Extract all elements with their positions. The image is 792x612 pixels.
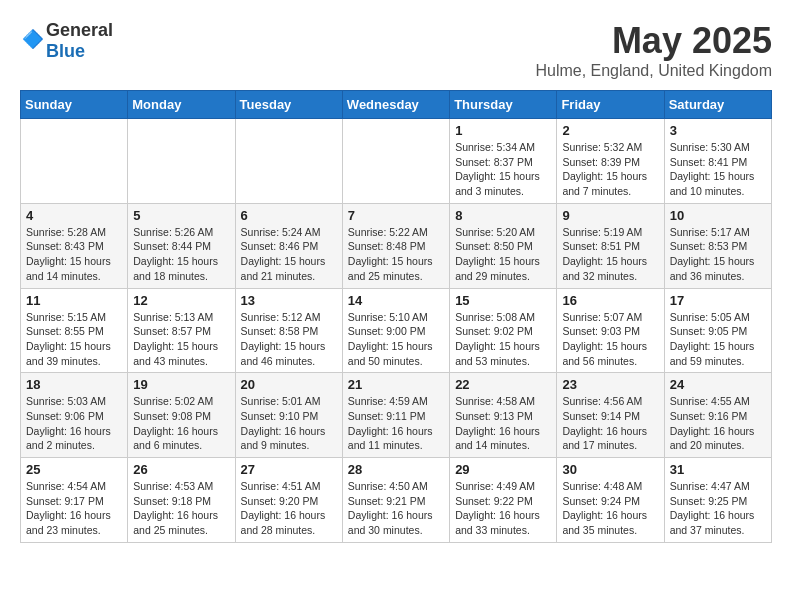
day-number: 27 xyxy=(241,462,337,477)
logo-text-blue: Blue xyxy=(46,41,85,61)
day-number: 26 xyxy=(133,462,229,477)
calendar-cell: 12Sunrise: 5:13 AM Sunset: 8:57 PM Dayli… xyxy=(128,288,235,373)
day-number: 10 xyxy=(670,208,766,223)
logo-text-general: General xyxy=(46,20,113,40)
calendar-cell xyxy=(128,119,235,204)
day-info: Sunrise: 4:50 AM Sunset: 9:21 PM Dayligh… xyxy=(348,479,444,538)
header-cell-monday: Monday xyxy=(128,91,235,119)
day-number: 14 xyxy=(348,293,444,308)
calendar-cell: 5Sunrise: 5:26 AM Sunset: 8:44 PM Daylig… xyxy=(128,203,235,288)
day-number: 9 xyxy=(562,208,658,223)
logo: 🔷 General Blue xyxy=(20,20,113,62)
week-row-2: 4Sunrise: 5:28 AM Sunset: 8:43 PM Daylig… xyxy=(21,203,772,288)
calendar-cell: 14Sunrise: 5:10 AM Sunset: 9:00 PM Dayli… xyxy=(342,288,449,373)
title-section: May 2025 Hulme, England, United Kingdom xyxy=(535,20,772,80)
calendar-cell: 25Sunrise: 4:54 AM Sunset: 9:17 PM Dayli… xyxy=(21,458,128,543)
calendar-cell: 31Sunrise: 4:47 AM Sunset: 9:25 PM Dayli… xyxy=(664,458,771,543)
header-cell-thursday: Thursday xyxy=(450,91,557,119)
day-number: 16 xyxy=(562,293,658,308)
day-number: 19 xyxy=(133,377,229,392)
day-info: Sunrise: 4:58 AM Sunset: 9:13 PM Dayligh… xyxy=(455,394,551,453)
calendar-cell: 2Sunrise: 5:32 AM Sunset: 8:39 PM Daylig… xyxy=(557,119,664,204)
calendar-subtitle: Hulme, England, United Kingdom xyxy=(535,62,772,80)
day-info: Sunrise: 5:03 AM Sunset: 9:06 PM Dayligh… xyxy=(26,394,122,453)
general-blue-logo-icon: 🔷 xyxy=(20,29,44,53)
day-number: 11 xyxy=(26,293,122,308)
week-row-4: 18Sunrise: 5:03 AM Sunset: 9:06 PM Dayli… xyxy=(21,373,772,458)
day-info: Sunrise: 5:05 AM Sunset: 9:05 PM Dayligh… xyxy=(670,310,766,369)
day-number: 21 xyxy=(348,377,444,392)
day-number: 13 xyxy=(241,293,337,308)
day-info: Sunrise: 5:12 AM Sunset: 8:58 PM Dayligh… xyxy=(241,310,337,369)
calendar-cell: 10Sunrise: 5:17 AM Sunset: 8:53 PM Dayli… xyxy=(664,203,771,288)
day-info: Sunrise: 5:08 AM Sunset: 9:02 PM Dayligh… xyxy=(455,310,551,369)
svg-text:🔷: 🔷 xyxy=(22,29,44,50)
calendar-table: SundayMondayTuesdayWednesdayThursdayFrid… xyxy=(20,90,772,543)
calendar-body: 1Sunrise: 5:34 AM Sunset: 8:37 PM Daylig… xyxy=(21,119,772,543)
calendar-cell: 18Sunrise: 5:03 AM Sunset: 9:06 PM Dayli… xyxy=(21,373,128,458)
calendar-cell: 4Sunrise: 5:28 AM Sunset: 8:43 PM Daylig… xyxy=(21,203,128,288)
header-cell-tuesday: Tuesday xyxy=(235,91,342,119)
day-number: 6 xyxy=(241,208,337,223)
calendar-cell: 29Sunrise: 4:49 AM Sunset: 9:22 PM Dayli… xyxy=(450,458,557,543)
calendar-cell: 9Sunrise: 5:19 AM Sunset: 8:51 PM Daylig… xyxy=(557,203,664,288)
day-number: 29 xyxy=(455,462,551,477)
header-cell-friday: Friday xyxy=(557,91,664,119)
day-info: Sunrise: 4:56 AM Sunset: 9:14 PM Dayligh… xyxy=(562,394,658,453)
day-info: Sunrise: 5:19 AM Sunset: 8:51 PM Dayligh… xyxy=(562,225,658,284)
day-number: 18 xyxy=(26,377,122,392)
calendar-cell: 30Sunrise: 4:48 AM Sunset: 9:24 PM Dayli… xyxy=(557,458,664,543)
week-row-3: 11Sunrise: 5:15 AM Sunset: 8:55 PM Dayli… xyxy=(21,288,772,373)
day-info: Sunrise: 5:17 AM Sunset: 8:53 PM Dayligh… xyxy=(670,225,766,284)
calendar-cell xyxy=(21,119,128,204)
day-info: Sunrise: 4:49 AM Sunset: 9:22 PM Dayligh… xyxy=(455,479,551,538)
day-info: Sunrise: 5:01 AM Sunset: 9:10 PM Dayligh… xyxy=(241,394,337,453)
day-info: Sunrise: 5:34 AM Sunset: 8:37 PM Dayligh… xyxy=(455,140,551,199)
calendar-cell: 7Sunrise: 5:22 AM Sunset: 8:48 PM Daylig… xyxy=(342,203,449,288)
calendar-cell: 27Sunrise: 4:51 AM Sunset: 9:20 PM Dayli… xyxy=(235,458,342,543)
day-info: Sunrise: 5:07 AM Sunset: 9:03 PM Dayligh… xyxy=(562,310,658,369)
day-info: Sunrise: 5:22 AM Sunset: 8:48 PM Dayligh… xyxy=(348,225,444,284)
day-number: 28 xyxy=(348,462,444,477)
day-info: Sunrise: 5:30 AM Sunset: 8:41 PM Dayligh… xyxy=(670,140,766,199)
day-number: 17 xyxy=(670,293,766,308)
calendar-cell xyxy=(342,119,449,204)
day-number: 31 xyxy=(670,462,766,477)
calendar-cell: 3Sunrise: 5:30 AM Sunset: 8:41 PM Daylig… xyxy=(664,119,771,204)
calendar-cell: 21Sunrise: 4:59 AM Sunset: 9:11 PM Dayli… xyxy=(342,373,449,458)
day-info: Sunrise: 5:20 AM Sunset: 8:50 PM Dayligh… xyxy=(455,225,551,284)
calendar-cell: 20Sunrise: 5:01 AM Sunset: 9:10 PM Dayli… xyxy=(235,373,342,458)
day-info: Sunrise: 4:55 AM Sunset: 9:16 PM Dayligh… xyxy=(670,394,766,453)
day-info: Sunrise: 4:48 AM Sunset: 9:24 PM Dayligh… xyxy=(562,479,658,538)
day-number: 2 xyxy=(562,123,658,138)
calendar-cell: 28Sunrise: 4:50 AM Sunset: 9:21 PM Dayli… xyxy=(342,458,449,543)
day-number: 24 xyxy=(670,377,766,392)
day-number: 7 xyxy=(348,208,444,223)
page-header: 🔷 General Blue May 2025 Hulme, England, … xyxy=(20,20,772,80)
header-cell-wednesday: Wednesday xyxy=(342,91,449,119)
calendar-cell: 22Sunrise: 4:58 AM Sunset: 9:13 PM Dayli… xyxy=(450,373,557,458)
calendar-cell: 24Sunrise: 4:55 AM Sunset: 9:16 PM Dayli… xyxy=(664,373,771,458)
calendar-header: SundayMondayTuesdayWednesdayThursdayFrid… xyxy=(21,91,772,119)
calendar-cell xyxy=(235,119,342,204)
day-number: 23 xyxy=(562,377,658,392)
day-info: Sunrise: 4:54 AM Sunset: 9:17 PM Dayligh… xyxy=(26,479,122,538)
calendar-cell: 6Sunrise: 5:24 AM Sunset: 8:46 PM Daylig… xyxy=(235,203,342,288)
day-number: 25 xyxy=(26,462,122,477)
day-info: Sunrise: 5:15 AM Sunset: 8:55 PM Dayligh… xyxy=(26,310,122,369)
header-row: SundayMondayTuesdayWednesdayThursdayFrid… xyxy=(21,91,772,119)
day-number: 12 xyxy=(133,293,229,308)
week-row-5: 25Sunrise: 4:54 AM Sunset: 9:17 PM Dayli… xyxy=(21,458,772,543)
day-number: 1 xyxy=(455,123,551,138)
calendar-cell: 19Sunrise: 5:02 AM Sunset: 9:08 PM Dayli… xyxy=(128,373,235,458)
calendar-cell: 23Sunrise: 4:56 AM Sunset: 9:14 PM Dayli… xyxy=(557,373,664,458)
calendar-cell: 13Sunrise: 5:12 AM Sunset: 8:58 PM Dayli… xyxy=(235,288,342,373)
day-info: Sunrise: 5:13 AM Sunset: 8:57 PM Dayligh… xyxy=(133,310,229,369)
day-number: 15 xyxy=(455,293,551,308)
week-row-1: 1Sunrise: 5:34 AM Sunset: 8:37 PM Daylig… xyxy=(21,119,772,204)
calendar-cell: 11Sunrise: 5:15 AM Sunset: 8:55 PM Dayli… xyxy=(21,288,128,373)
header-cell-sunday: Sunday xyxy=(21,91,128,119)
calendar-cell: 8Sunrise: 5:20 AM Sunset: 8:50 PM Daylig… xyxy=(450,203,557,288)
day-number: 4 xyxy=(26,208,122,223)
calendar-cell: 1Sunrise: 5:34 AM Sunset: 8:37 PM Daylig… xyxy=(450,119,557,204)
